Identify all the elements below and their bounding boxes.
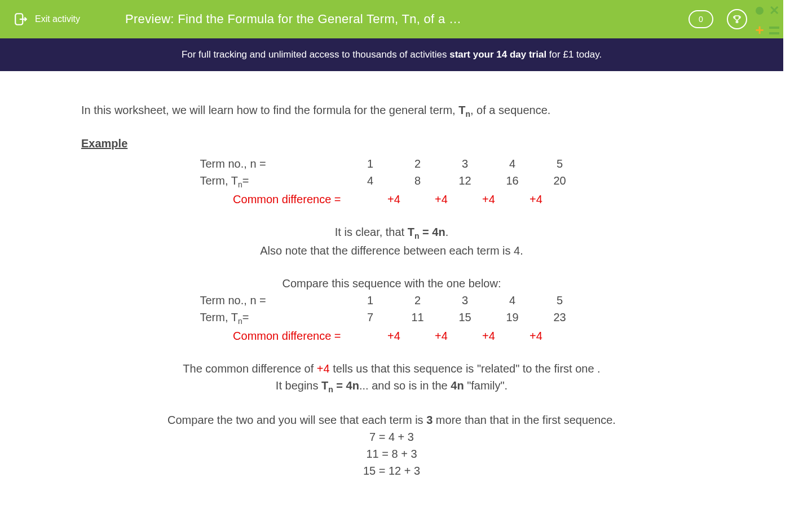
clsfx: . [445, 226, 449, 238]
row-label-diff-2: Common difference = [200, 327, 347, 344]
row2-label-tn: Term, Tn= [200, 309, 347, 327]
t2-3: 15 [442, 309, 489, 327]
score-value: 0 [699, 15, 703, 24]
clp: It is clear, that [335, 226, 408, 238]
multiply-icon: ✕ [769, 3, 780, 18]
family-line: The common difference of +4 tells us tha… [81, 360, 702, 377]
d1-3: +4 [465, 191, 513, 208]
score-badge[interactable]: 0 [689, 10, 713, 28]
begins-line: It begins Tn = 4n... and so is in the 4n… [81, 377, 702, 396]
row-label-tn: Term, Tn= [200, 172, 347, 191]
n2-3: 3 [442, 292, 489, 309]
tlx2: = [242, 311, 249, 323]
promo-text: For full tracking and unlimited access t… [182, 49, 602, 60]
d1-2: +4 [418, 191, 465, 208]
sequence-table-1: Term no., n = 1 2 3 4 5 Term, Tn= 4 8 12… [200, 155, 584, 191]
eq-1: 7 = 4 + 3 [81, 428, 702, 445]
eq-3: 15 = 12 + 3 [81, 462, 702, 479]
d1-1: +4 [370, 191, 418, 208]
worksheet-content: In this worksheet, we will learn how to … [0, 71, 783, 479]
cls: n [414, 231, 420, 240]
t2-5: 23 [536, 309, 584, 327]
t1-5: 20 [536, 172, 584, 191]
n2-2: 2 [394, 292, 442, 309]
intro-suffix: , of a sequence. [470, 104, 550, 116]
d2-4: +4 [513, 327, 560, 344]
d2-1: +4 [370, 327, 418, 344]
n2-1: 1 [347, 292, 394, 309]
promo-prefix: For full tracking and unlimited access t… [182, 49, 449, 60]
sequence-table-2: Term no., n = 1 2 3 4 5 Term, Tn= 7 11 1… [200, 292, 584, 327]
compare-intro: Compare this sequence with the one below… [81, 275, 702, 292]
bb3: 4n [451, 379, 464, 392]
c2p: Compare the two and you will see that ea… [167, 414, 426, 426]
t2-4: 19 [489, 309, 536, 327]
tls2: n [238, 317, 242, 326]
fm: tells us that this sequence is "related"… [330, 362, 601, 375]
fp: The common difference of [183, 362, 317, 375]
brand-corner-icons: ✕ + [751, 0, 783, 38]
top-bar: Exit activity Preview: Find the Formula … [0, 0, 783, 38]
bb2: = 4n [333, 379, 359, 392]
plus-icon: + [754, 21, 765, 39]
n-1: 1 [347, 155, 394, 172]
t1-1: 4 [347, 172, 394, 191]
fr: +4 [317, 362, 330, 375]
d2-3: +4 [465, 327, 513, 344]
promo-suffix: for £1 today. [546, 49, 602, 60]
equals-icon [769, 21, 780, 39]
page-title: Preview: Find the Formula for the Genera… [125, 12, 464, 27]
exit-icon [14, 12, 28, 27]
clb: T [408, 226, 414, 238]
dot-icon [754, 3, 765, 18]
diff-row-2: Common difference = +4 +4 +4 +4 [200, 327, 584, 344]
bp: It begins [276, 379, 321, 392]
promo-bold: start your 14 day trial [449, 49, 546, 60]
intro-tn: T [458, 104, 465, 116]
tlp2: Term, T [200, 311, 238, 323]
compare2-line: Compare the two and you will see that ea… [81, 411, 702, 428]
row2-label-n: Term no., n = [200, 292, 347, 309]
t2-2: 11 [394, 309, 442, 327]
promo-banner[interactable]: For full tracking and unlimited access t… [0, 38, 783, 71]
note-diff: Also note that the difference between ea… [81, 242, 702, 259]
badge-group: 0 [689, 9, 747, 29]
t1-2: 8 [394, 172, 442, 191]
c2b: 3 [426, 414, 433, 426]
d2-2: +4 [418, 327, 465, 344]
bm: ... and so is in the [359, 379, 451, 392]
t2-1: 7 [347, 309, 394, 327]
eq-2: 11 = 8 + 3 [81, 445, 702, 462]
n2-4: 4 [489, 292, 536, 309]
bb: T [321, 379, 328, 392]
bs: n [328, 385, 333, 394]
d1-4: +4 [513, 191, 560, 208]
exit-label: Exit activity [35, 14, 80, 24]
exit-activity-link[interactable]: Exit activity [14, 12, 80, 27]
trophy-badge[interactable] [727, 9, 747, 29]
tlp: Term, T [200, 174, 238, 187]
clb2: = 4n [420, 226, 445, 238]
intro-text: In this worksheet, we will learn how to … [81, 102, 702, 120]
diff-row-1: Common difference = +4 +4 +4 +4 [200, 191, 584, 208]
n-3: 3 [442, 155, 489, 172]
t1-3: 12 [442, 172, 489, 191]
clear-line: It is clear, that Tn = 4n. [81, 224, 702, 242]
bsfx: "family". [464, 379, 508, 392]
row-label-n: Term no., n = [200, 155, 347, 172]
example-heading: Example [81, 135, 702, 152]
n-2: 2 [394, 155, 442, 172]
intro-tn-sub: n [465, 110, 470, 119]
n2-5: 5 [536, 292, 584, 309]
c2s: more than that in the first sequence. [433, 414, 616, 426]
n-4: 4 [489, 155, 536, 172]
row-label-diff-1: Common difference = [200, 191, 347, 208]
t1-4: 16 [489, 172, 536, 191]
n-5: 5 [536, 155, 584, 172]
tlx: = [242, 174, 249, 187]
tls: n [238, 180, 242, 189]
intro-prefix: In this worksheet, we will learn how to … [81, 104, 458, 116]
